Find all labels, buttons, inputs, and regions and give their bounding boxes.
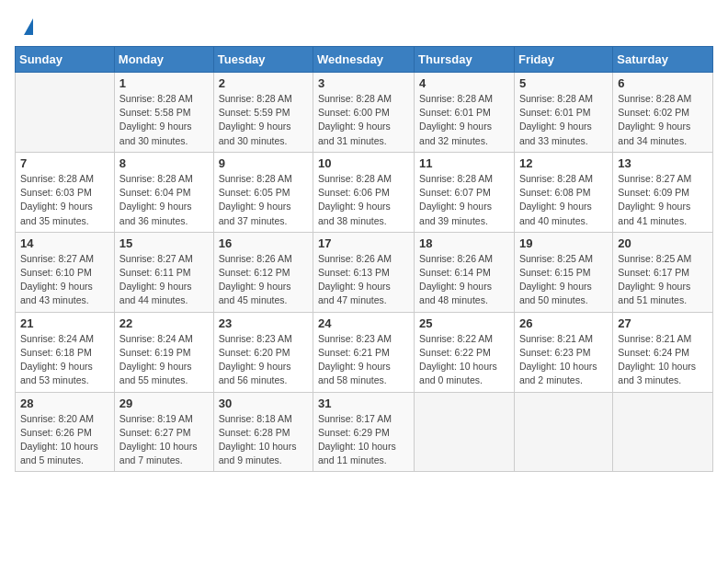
calendar-cell: 10Sunrise: 8:28 AMSunset: 6:06 PMDayligh… bbox=[313, 152, 415, 232]
day-info: Sunrise: 8:28 AMSunset: 6:08 PMDaylight:… bbox=[519, 172, 608, 228]
calendar-cell: 12Sunrise: 8:28 AMSunset: 6:08 PMDayligh… bbox=[514, 152, 612, 232]
day-info: Sunrise: 8:25 AMSunset: 6:15 PMDaylight:… bbox=[519, 252, 608, 308]
day-info: Sunrise: 8:28 AMSunset: 6:05 PMDaylight:… bbox=[219, 172, 308, 228]
calendar-cell: 15Sunrise: 8:27 AMSunset: 6:11 PMDayligh… bbox=[114, 232, 213, 312]
day-number: 5 bbox=[519, 76, 608, 90]
day-number: 21 bbox=[20, 316, 109, 330]
day-info: Sunrise: 8:19 AMSunset: 6:27 PMDaylight:… bbox=[119, 412, 209, 468]
calendar-week-row: 7Sunrise: 8:28 AMSunset: 6:03 PMDaylight… bbox=[16, 152, 713, 232]
calendar-cell: 6Sunrise: 8:28 AMSunset: 6:02 PMDaylight… bbox=[613, 73, 713, 153]
day-number: 10 bbox=[318, 156, 409, 170]
weekday-header: Friday bbox=[514, 47, 612, 73]
weekday-header: Thursday bbox=[415, 47, 515, 73]
calendar-cell: 5Sunrise: 8:28 AMSunset: 6:01 PMDaylight… bbox=[514, 73, 612, 153]
calendar-cell: 28Sunrise: 8:20 AMSunset: 6:26 PMDayligh… bbox=[16, 392, 115, 472]
weekday-header: Wednesday bbox=[313, 47, 415, 73]
calendar-cell: 21Sunrise: 8:24 AMSunset: 6:18 PMDayligh… bbox=[16, 312, 115, 392]
page-header bbox=[0, 0, 728, 42]
day-number: 7 bbox=[20, 156, 109, 170]
day-info: Sunrise: 8:28 AMSunset: 6:03 PMDaylight:… bbox=[20, 172, 109, 228]
day-number: 28 bbox=[20, 396, 109, 410]
day-info: Sunrise: 8:28 AMSunset: 6:06 PMDaylight:… bbox=[318, 172, 409, 228]
day-number: 1 bbox=[119, 76, 209, 90]
calendar-cell: 22Sunrise: 8:24 AMSunset: 6:19 PMDayligh… bbox=[114, 312, 213, 392]
calendar-cell: 8Sunrise: 8:28 AMSunset: 6:04 PMDaylight… bbox=[114, 152, 213, 232]
calendar-cell: 18Sunrise: 8:26 AMSunset: 6:14 PMDayligh… bbox=[415, 232, 515, 312]
day-info: Sunrise: 8:28 AMSunset: 6:00 PMDaylight:… bbox=[318, 92, 409, 148]
day-info: Sunrise: 8:27 AMSunset: 6:10 PMDaylight:… bbox=[20, 252, 109, 308]
day-number: 31 bbox=[318, 396, 409, 410]
day-info: Sunrise: 8:21 AMSunset: 6:23 PMDaylight:… bbox=[519, 332, 608, 388]
day-number: 22 bbox=[119, 316, 209, 330]
day-number: 15 bbox=[119, 236, 209, 250]
calendar-cell: 20Sunrise: 8:25 AMSunset: 6:17 PMDayligh… bbox=[613, 232, 713, 312]
day-number: 20 bbox=[618, 236, 708, 250]
day-info: Sunrise: 8:23 AMSunset: 6:21 PMDaylight:… bbox=[318, 332, 409, 388]
calendar-cell: 11Sunrise: 8:28 AMSunset: 6:07 PMDayligh… bbox=[415, 152, 515, 232]
day-number: 2 bbox=[219, 76, 308, 90]
day-number: 24 bbox=[318, 316, 409, 330]
day-info: Sunrise: 8:28 AMSunset: 5:58 PMDaylight:… bbox=[119, 92, 209, 148]
weekday-header: Monday bbox=[114, 47, 213, 73]
day-number: 3 bbox=[318, 76, 409, 90]
day-number: 9 bbox=[219, 156, 308, 170]
day-number: 14 bbox=[20, 236, 109, 250]
day-number: 6 bbox=[618, 76, 708, 90]
calendar-week-row: 28Sunrise: 8:20 AMSunset: 6:26 PMDayligh… bbox=[16, 392, 713, 472]
day-info: Sunrise: 8:22 AMSunset: 6:22 PMDaylight:… bbox=[419, 332, 509, 388]
weekday-header: Tuesday bbox=[213, 47, 313, 73]
calendar-cell: 26Sunrise: 8:21 AMSunset: 6:23 PMDayligh… bbox=[514, 312, 612, 392]
day-info: Sunrise: 8:23 AMSunset: 6:20 PMDaylight:… bbox=[219, 332, 308, 388]
day-info: Sunrise: 8:26 AMSunset: 6:13 PMDaylight:… bbox=[318, 252, 409, 308]
calendar-cell: 19Sunrise: 8:25 AMSunset: 6:15 PMDayligh… bbox=[514, 232, 612, 312]
calendar-cell: 31Sunrise: 8:17 AMSunset: 6:29 PMDayligh… bbox=[313, 392, 415, 472]
day-info: Sunrise: 8:24 AMSunset: 6:18 PMDaylight:… bbox=[20, 332, 109, 388]
day-info: Sunrise: 8:26 AMSunset: 6:12 PMDaylight:… bbox=[219, 252, 308, 308]
calendar-cell: 29Sunrise: 8:19 AMSunset: 6:27 PMDayligh… bbox=[114, 392, 213, 472]
calendar-cell: 23Sunrise: 8:23 AMSunset: 6:20 PMDayligh… bbox=[213, 312, 313, 392]
day-number: 30 bbox=[219, 396, 308, 410]
day-info: Sunrise: 8:28 AMSunset: 6:01 PMDaylight:… bbox=[419, 92, 509, 148]
weekday-header: Sunday bbox=[16, 47, 115, 73]
calendar-cell: 3Sunrise: 8:28 AMSunset: 6:00 PMDaylight… bbox=[313, 73, 415, 153]
logo-triangle-icon bbox=[24, 18, 33, 35]
calendar-container: SundayMondayTuesdayWednesdayThursdayFrid… bbox=[0, 42, 728, 487]
calendar-cell: 13Sunrise: 8:27 AMSunset: 6:09 PMDayligh… bbox=[613, 152, 713, 232]
day-number: 16 bbox=[219, 236, 308, 250]
calendar-cell: 16Sunrise: 8:26 AMSunset: 6:12 PMDayligh… bbox=[213, 232, 313, 312]
day-info: Sunrise: 8:17 AMSunset: 6:29 PMDaylight:… bbox=[318, 412, 409, 468]
day-number: 12 bbox=[519, 156, 608, 170]
calendar-cell bbox=[514, 392, 612, 472]
day-info: Sunrise: 8:20 AMSunset: 6:26 PMDaylight:… bbox=[20, 412, 109, 468]
day-number: 26 bbox=[519, 316, 608, 330]
day-info: Sunrise: 8:28 AMSunset: 5:59 PMDaylight:… bbox=[219, 92, 308, 148]
calendar-cell: 7Sunrise: 8:28 AMSunset: 6:03 PMDaylight… bbox=[16, 152, 115, 232]
calendar-cell bbox=[16, 73, 115, 153]
day-number: 29 bbox=[119, 396, 209, 410]
day-number: 17 bbox=[318, 236, 409, 250]
calendar-cell: 1Sunrise: 8:28 AMSunset: 5:58 PMDaylight… bbox=[114, 73, 213, 153]
day-number: 27 bbox=[618, 316, 708, 330]
day-info: Sunrise: 8:28 AMSunset: 6:04 PMDaylight:… bbox=[119, 172, 209, 228]
day-number: 8 bbox=[119, 156, 209, 170]
calendar-cell: 9Sunrise: 8:28 AMSunset: 6:05 PMDaylight… bbox=[213, 152, 313, 232]
day-number: 4 bbox=[419, 76, 509, 90]
calendar-cell: 24Sunrise: 8:23 AMSunset: 6:21 PMDayligh… bbox=[313, 312, 415, 392]
day-info: Sunrise: 8:28 AMSunset: 6:01 PMDaylight:… bbox=[519, 92, 608, 148]
day-info: Sunrise: 8:26 AMSunset: 6:14 PMDaylight:… bbox=[419, 252, 509, 308]
calendar-table: SundayMondayTuesdayWednesdayThursdayFrid… bbox=[15, 46, 713, 472]
day-number: 18 bbox=[419, 236, 509, 250]
day-info: Sunrise: 8:28 AMSunset: 6:02 PMDaylight:… bbox=[618, 92, 708, 148]
calendar-cell: 2Sunrise: 8:28 AMSunset: 5:59 PMDaylight… bbox=[213, 73, 313, 153]
calendar-header-row: SundayMondayTuesdayWednesdayThursdayFrid… bbox=[16, 47, 713, 73]
calendar-week-row: 14Sunrise: 8:27 AMSunset: 6:10 PMDayligh… bbox=[16, 232, 713, 312]
day-number: 19 bbox=[519, 236, 608, 250]
calendar-cell bbox=[415, 392, 515, 472]
calendar-cell: 4Sunrise: 8:28 AMSunset: 6:01 PMDaylight… bbox=[415, 73, 515, 153]
calendar-cell: 27Sunrise: 8:21 AMSunset: 6:24 PMDayligh… bbox=[613, 312, 713, 392]
calendar-week-row: 1Sunrise: 8:28 AMSunset: 5:58 PMDaylight… bbox=[16, 73, 713, 153]
day-info: Sunrise: 8:27 AMSunset: 6:09 PMDaylight:… bbox=[618, 172, 708, 228]
day-info: Sunrise: 8:28 AMSunset: 6:07 PMDaylight:… bbox=[419, 172, 509, 228]
day-info: Sunrise: 8:18 AMSunset: 6:28 PMDaylight:… bbox=[219, 412, 308, 468]
calendar-cell bbox=[613, 392, 713, 472]
